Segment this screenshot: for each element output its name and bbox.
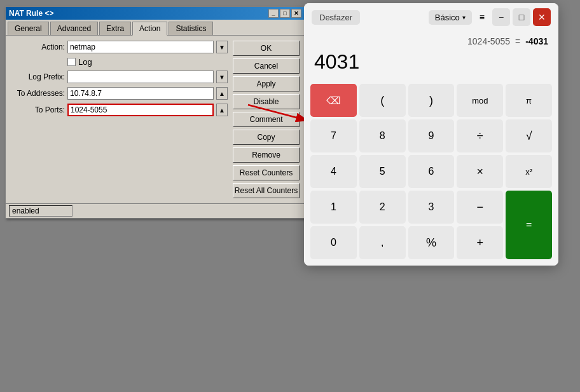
calc-close-paren-btn[interactable]: ) xyxy=(408,84,455,117)
maximize-button[interactable]: □ xyxy=(280,9,290,18)
calc-buttons: ⌫ ( ) mod π 7 8 9 ÷ √ 4 5 6 × x² 1 2 3 −… xyxy=(304,81,558,266)
to-addresses-label: To Addresses: xyxy=(11,89,65,98)
calc-maximize-button[interactable]: □ xyxy=(513,8,530,26)
hamburger-button[interactable]: ≡ xyxy=(476,10,488,25)
tab-statistics[interactable]: Statistics xyxy=(169,22,213,35)
close-button[interactable]: ✕ xyxy=(291,9,301,18)
status-enabled: enabled xyxy=(9,205,72,217)
calc-open-paren-btn[interactable]: ( xyxy=(359,84,406,117)
reset-counters-button[interactable]: Reset Counters xyxy=(233,165,300,180)
minimize-button[interactable]: _ xyxy=(268,9,279,18)
log-prefix-input[interactable] xyxy=(67,71,214,83)
action-label: Action: xyxy=(11,43,65,51)
calc-title-left: Desfazer xyxy=(312,10,360,25)
calc-backspace-btn[interactable]: ⌫ xyxy=(310,84,357,117)
calc-title-right: Básico ▾ ≡ − □ ✕ xyxy=(429,8,551,26)
calc-divide-btn[interactable]: ÷ xyxy=(457,119,503,152)
calc-pi-btn[interactable]: π xyxy=(506,84,552,117)
calc-equals-sign: = xyxy=(515,36,520,46)
calculator-window: Desfazer Básico ▾ ≡ − □ ✕ 1024-5055 = -4… xyxy=(304,3,558,266)
comment-button[interactable]: Comment xyxy=(233,112,300,127)
copy-button[interactable]: Copy xyxy=(233,130,300,145)
tab-advanced[interactable]: Advanced xyxy=(50,22,98,35)
log-prefix-dropdown-btn[interactable]: ▼ xyxy=(216,71,228,83)
calc-5-btn[interactable]: 5 xyxy=(359,155,406,188)
log-label: Log xyxy=(78,57,92,67)
calc-window-controls: − □ ✕ xyxy=(492,8,551,26)
calc-minimize-button[interactable]: − xyxy=(492,8,510,26)
ok-button[interactable]: OK xyxy=(233,41,300,56)
mode-label: Básico xyxy=(435,13,460,22)
nat-titlebar-buttons: _ □ ✕ xyxy=(268,9,301,18)
calc-add-btn[interactable]: + xyxy=(457,226,503,259)
calc-9-btn[interactable]: 9 xyxy=(408,119,455,152)
to-addresses-row: To Addresses: ▲ xyxy=(11,87,228,100)
remove-button[interactable]: Remove xyxy=(233,147,300,163)
calc-4-btn[interactable]: 4 xyxy=(310,155,357,188)
calc-expression-value: 1024-5055 xyxy=(467,36,510,46)
calc-0-btn[interactable]: 0 xyxy=(310,226,357,259)
calc-multiply-btn[interactable]: × xyxy=(457,155,503,188)
calc-result-value: -4031 xyxy=(525,36,548,46)
cancel-button[interactable]: Cancel xyxy=(233,58,300,74)
calc-main-display: 4031 xyxy=(314,48,548,79)
calc-6-btn[interactable]: 6 xyxy=(408,155,455,188)
calc-3-btn[interactable]: 3 xyxy=(408,191,455,224)
tab-extra[interactable]: Extra xyxy=(99,22,131,35)
calc-comma-btn[interactable]: , xyxy=(359,226,406,259)
to-addresses-up-btn[interactable]: ▲ xyxy=(216,87,228,100)
log-checkbox[interactable] xyxy=(67,58,76,66)
nat-form: Action: ▼ Log Log Prefix: ▼ To Addresses… xyxy=(11,41,228,198)
calc-titlebar: Desfazer Básico ▾ ≡ − □ ✕ xyxy=(304,3,558,31)
tab-action[interactable]: Action xyxy=(132,22,167,36)
to-addresses-input[interactable] xyxy=(67,87,214,100)
tab-general[interactable]: General xyxy=(8,22,49,35)
to-ports-row: To Ports: ▲ xyxy=(11,104,228,116)
calc-8-btn[interactable]: 8 xyxy=(359,119,406,152)
chevron-down-icon: ▾ xyxy=(462,14,466,21)
action-row: Action: ▼ xyxy=(11,41,228,53)
tab-bar: General Advanced Extra Action Statistics xyxy=(6,20,305,36)
action-input[interactable] xyxy=(67,41,214,53)
nat-titlebar: NAT Rule <> _ □ ✕ xyxy=(6,7,305,20)
action-dropdown-btn[interactable]: ▼ xyxy=(216,41,228,53)
calc-close-button[interactable]: ✕ xyxy=(533,8,551,26)
calc-square-btn[interactable]: x² xyxy=(506,155,552,188)
calc-subtract-btn[interactable]: − xyxy=(457,191,503,224)
calc-display: 1024-5055 = -4031 4031 xyxy=(304,31,558,81)
calc-equals-btn[interactable]: = xyxy=(506,191,552,259)
calc-2-btn[interactable]: 2 xyxy=(359,191,406,224)
desfazer-button[interactable]: Desfazer xyxy=(312,10,360,25)
reset-all-counters-button[interactable]: Reset All Counters xyxy=(233,183,300,198)
calc-7-btn[interactable]: 7 xyxy=(310,119,357,152)
form-spacer xyxy=(11,120,228,198)
nat-rule-window: NAT Rule <> _ □ ✕ General Advanced Extra… xyxy=(5,6,305,219)
to-ports-label: To Ports: xyxy=(11,105,65,114)
disable-button[interactable]: Disable xyxy=(233,94,300,109)
apply-button[interactable]: Apply xyxy=(233,76,300,91)
log-prefix-label: Log Prefix: xyxy=(11,72,65,81)
log-row: Log xyxy=(11,57,228,67)
btn-panel: OK Cancel Apply Disable Comment Copy Rem… xyxy=(233,41,300,198)
to-ports-input[interactable] xyxy=(67,104,214,116)
nat-content: Action: ▼ Log Log Prefix: ▼ To Addresses… xyxy=(6,36,305,203)
to-ports-up-btn[interactable]: ▲ xyxy=(216,104,228,116)
calc-1-btn[interactable]: 1 xyxy=(310,191,357,224)
nat-title: NAT Rule <> xyxy=(9,9,53,18)
log-prefix-row: Log Prefix: ▼ xyxy=(11,71,228,83)
calc-mod-btn[interactable]: mod xyxy=(457,84,503,117)
nat-statusbar: enabled xyxy=(6,203,305,218)
calc-percent-btn[interactable]: % xyxy=(408,226,455,259)
calc-expression: 1024-5055 = -4031 xyxy=(314,36,548,46)
mode-button[interactable]: Básico ▾ xyxy=(429,10,472,25)
calc-sqrt-btn[interactable]: √ xyxy=(506,119,552,152)
